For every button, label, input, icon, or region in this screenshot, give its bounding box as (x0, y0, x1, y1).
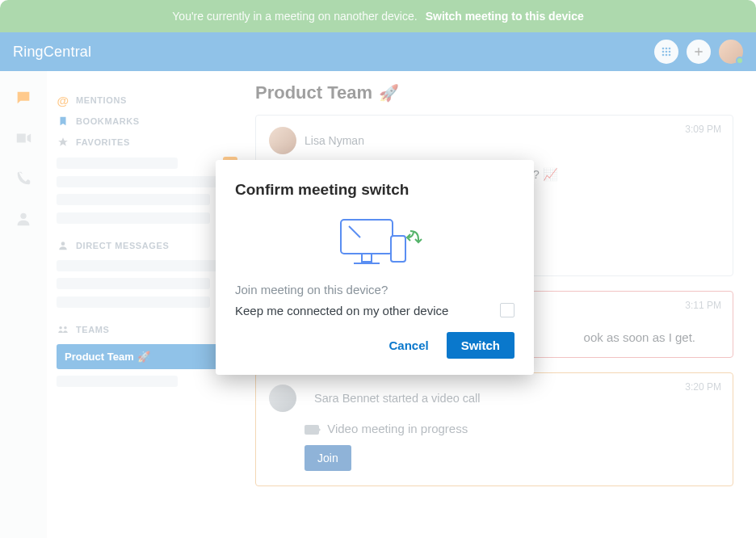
cancel-button[interactable]: Cancel (388, 338, 428, 352)
keep-connected-label: Keep me connected on my other device (235, 304, 448, 317)
confirm-switch-modal: Confirm meeting switch Join meeting on t… (216, 160, 534, 375)
keep-connected-checkbox[interactable] (500, 303, 514, 317)
switch-button[interactable]: Switch (447, 332, 514, 359)
device-switch-illustration (235, 212, 514, 283)
modal-question: Join meeting on this device? (235, 283, 514, 296)
svg-line-14 (349, 226, 360, 237)
modal-title: Confirm meeting switch (235, 181, 514, 199)
svg-rect-15 (362, 254, 372, 262)
svg-rect-17 (391, 236, 405, 262)
svg-rect-13 (341, 220, 393, 254)
